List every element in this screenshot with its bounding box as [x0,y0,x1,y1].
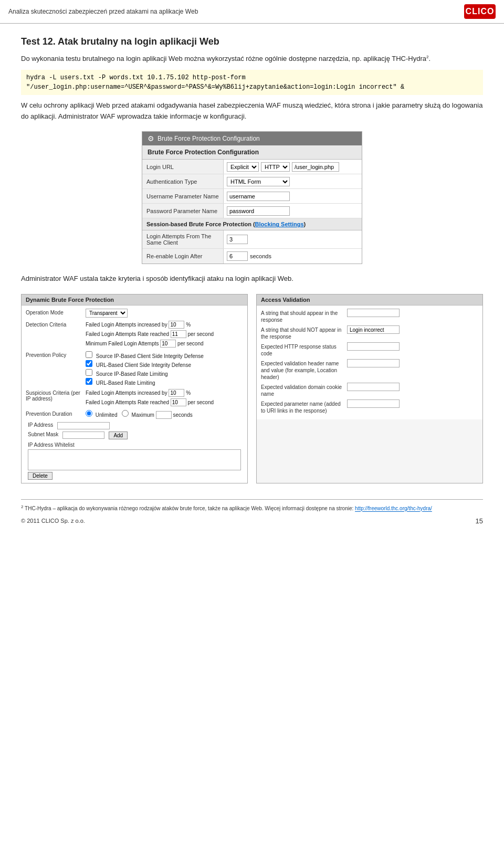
login-url-input[interactable] [292,162,339,172]
username-input[interactable] [227,192,290,201]
pp-cb1[interactable] [86,351,92,358]
pp-cb4-label: URL-Based Rate Limiting [96,380,155,386]
av-input-3[interactable] [347,359,400,367]
operation-mode-row: Operation Mode Transparent [26,309,243,318]
subnet-mask-row: Subnet Mask Add [28,431,241,439]
logo: CLICO [464,4,496,19]
maximum-seconds-input[interactable] [156,411,172,419]
reenable-input[interactable] [227,251,248,261]
waf-login-attempts-row: Login Attempts From The Same Client [142,230,362,249]
subnet-mask-input[interactable] [62,431,104,439]
av-row-0: A string that should appear in the respo… [261,309,478,323]
operation-mode-label: Operation Mode [26,309,83,315]
prevention-duration-values: Unlimited Maximum seconds [86,410,243,419]
av-label-3: Expected validation header name and valu… [261,359,345,381]
code-line2: "/user_login.php:username=^USER^&passwor… [26,83,404,91]
dc-row3-input[interactable] [160,340,176,348]
maximum-radio[interactable] [122,410,129,417]
waf-reenable-value: seconds [224,249,362,264]
delete-row: Delete [28,472,241,480]
sc-row1-input[interactable] [169,389,184,397]
footnote-link[interactable]: http://freeworld.thc.org/thc-hydra/ [355,506,432,512]
login-url-explicit-select[interactable]: Explicit [227,162,259,172]
dc-row2-suffix: per second [188,331,214,337]
waf-reenable-row: Re-enable Login After seconds [142,249,362,264]
add-button[interactable]: Add [109,431,128,439]
waf-auth-type-row: Authentication Type HTML Form [142,174,362,189]
copyright: © 2011 CLICO Sp. z o.o. [21,518,85,524]
prevention-policy-row: Prevention Policy Source IP-Based Client… [26,351,243,387]
login-attempts-input[interactable] [227,235,248,244]
auth-type-select[interactable]: HTML Form [227,177,290,186]
waf-config-panel: ⚙ Brute Force Protection Configuration B… [142,131,362,264]
av-input-1[interactable] [347,325,400,334]
prevention-policy-values: Source IP-Based Client Side Integrity De… [86,351,243,387]
dynamic-panel-body: Operation Mode Transparent Detection Cri… [22,306,247,483]
delete-button[interactable]: Delete [28,472,52,480]
sc-row1: Failed Login Attempts increased by % [86,389,243,397]
operation-mode-select[interactable]: Transparent [86,309,128,318]
waf-panel-title: Brute Force Protection Configuration [142,145,362,160]
intro-paragraph: Do wykonania testu brutalnego na login a… [21,54,483,65]
dc-row1-label: Failed Login Attempts increased by [86,322,167,328]
password-input[interactable] [227,206,290,216]
main-content: Test 12. Atak brutalny na login aplikacj… [0,24,504,567]
ip-address-input[interactable] [57,422,110,429]
waf-login-attempts-label: Login Attempts From The Same Client [142,230,224,248]
dc-row1-suffix: % [186,322,191,328]
footer-bottom: © 2011 CLICO Sp. z o.o. 15 [21,517,483,525]
waf-panel-header: ⚙ Brute Force Protection Configuration [142,132,362,145]
unlimited-radio[interactable] [86,410,92,417]
pp-cb1-label: Source IP-Based Client Side Integrity De… [96,353,204,359]
blocking-settings-link[interactable]: Blocking Settings [255,221,304,227]
av-input-5[interactable] [347,399,400,408]
suspicious-criteria-label: Suspicious Criteria (per IP address) [26,389,83,402]
unlimited-text: Unlimited [96,412,118,418]
page-footer: 2 THC-Hydra – aplikacja do wykonywania r… [21,499,483,524]
ip-address-row: IP Address [28,422,241,429]
pp-cb1-row: Source IP-Based Client Side Integrity De… [86,351,243,359]
waf-panel-body: Login URL Explicit HTTP Authentication T… [142,160,362,264]
waf-username-value [224,189,362,203]
pp-cb2-row: URL-Based Client Side Integrity Defense [86,360,243,368]
av-input-4[interactable] [347,383,400,391]
detection-criteria-label-row: Detection Criteria Failed Login Attempts… [26,321,243,349]
av-row-3: Expected validation header name and valu… [261,359,478,381]
code-block: hydra -L users.txt -P words.txt 10.1.75.… [21,70,483,95]
waf-password-row: Password Parameter Name [142,204,362,218]
ip-whitelist-label-row: IP Address Whitelist [28,441,241,448]
waf-username-label: Username Parameter Name [142,189,224,203]
pp-cb4[interactable] [86,378,92,385]
suspicious-criteria-row: Suspicious Criteria (per IP address) Fai… [26,389,243,408]
access-validation-title: Access Validation [257,294,482,306]
pp-cb2[interactable] [86,360,92,367]
dc-row2-input[interactable] [171,330,186,338]
av-input-0[interactable] [347,309,400,317]
sc-row1-label: Failed Login Attempts increased by [86,390,167,396]
two-panel-row: Dynamic Brute Force Protection Operation… [21,294,483,483]
waf-login-url-row: Login URL Explicit HTTP [142,160,362,174]
waf-auth-type-label: Authentication Type [142,174,224,188]
header-title: Analiza skuteczności zabezpieczeń przed … [8,8,198,15]
waf-panel-header-label: Brute Force Protection Configuration [158,135,260,142]
pp-cb3-label: Source IP-Based Rate Limiting [96,371,168,377]
av-input-2[interactable] [347,342,400,351]
footnote-ref: 2 [426,55,428,59]
suspicious-criteria-values: Failed Login Attempts increased by % Fai… [86,389,243,408]
prevention-duration-row: Prevention Duration Unlimited Maximum se [26,410,243,419]
sc-row1-suffix: % [186,390,191,396]
av-label-4: Expected validation domain cookie name [261,383,345,397]
sc-row2-input[interactable] [171,398,186,406]
sc-row2-label: Failed Login Attempts Rate reached [86,399,169,405]
unlimited-label: Unlimited [86,412,119,418]
gear-icon: ⚙ [148,134,154,143]
login-url-http-select[interactable]: HTTP [261,162,290,172]
pp-cb3-row: Source IP-Based Rate Limiting [86,369,243,377]
av-label-0: A string that should appear in the respo… [261,309,345,323]
access-validation-panel: Access Validation A string that should a… [256,294,483,483]
dc-row3-label: Minimum Failed Login Attempts [86,341,159,346]
para1: W celu ochrony aplikacji Web przed ataka… [21,100,483,122]
dc-row2-label: Failed Login Attempts Rate reached [86,331,169,337]
dc-row1-input[interactable] [169,321,184,329]
pp-cb3[interactable] [86,369,92,376]
